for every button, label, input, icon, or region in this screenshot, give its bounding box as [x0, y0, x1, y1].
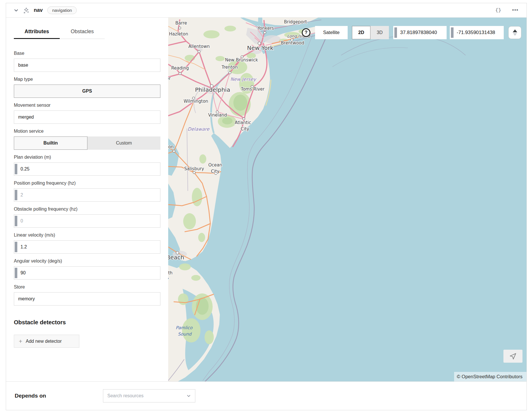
motion-service-custom-option[interactable]: Custom [87, 136, 160, 150]
store-input[interactable] [14, 292, 160, 306]
add-detector-button[interactable]: + Add new detector [14, 335, 79, 348]
svg-text:Pamlico: Pamlico [176, 325, 193, 330]
plus-icon: + [19, 338, 22, 344]
angular-velocity-input[interactable] [14, 266, 160, 280]
number-drag-handle[interactable] [15, 190, 17, 200]
satellite-button[interactable]: Satellite [315, 26, 348, 39]
depends-on-placeholder: Search resources [107, 393, 143, 398]
navigation-service-sparkle-icon [23, 7, 30, 14]
map-attribution: © OpenStreetMap Contributors [454, 372, 527, 381]
number-drag-handle[interactable] [15, 216, 17, 226]
svg-text:Barre: Barre [175, 20, 187, 26]
svg-text:ter: ter [168, 76, 171, 81]
map-type-gps-button[interactable]: GPS [14, 85, 160, 98]
linear-velocity-label: Linear velocity (m/s) [14, 232, 160, 238]
svg-text:Ocean: Ocean [208, 162, 222, 168]
card-footer: Depends on Search resources [6, 381, 527, 410]
position-polling-input[interactable] [14, 188, 160, 202]
resource-type-badge: navigation [47, 6, 77, 14]
locate-button[interactable] [503, 350, 522, 363]
motion-service-label: Motion service [14, 128, 160, 134]
store-label: Store [14, 284, 160, 290]
number-drag-handle[interactable] [15, 164, 17, 174]
mode-3d-button[interactable]: 3D [370, 26, 389, 39]
mode-2d-button[interactable]: 2D [352, 26, 370, 39]
card-header: nav navigation {} ••• [6, 3, 527, 18]
map-type-label: Map type [14, 76, 160, 82]
number-drag-handle[interactable] [451, 27, 454, 38]
config-panel: Attributes Obstacles Base Map type GPS M… [6, 18, 168, 381]
collapse-chevron-icon[interactable] [13, 7, 19, 14]
svg-text:Delaware: Delaware [188, 126, 210, 132]
map-panel: BarreHazletonBridgeportYonkersLong Islan… [168, 18, 527, 381]
movement-sensor-input[interactable] [14, 111, 160, 124]
json-mode-button[interactable]: {} [494, 6, 502, 14]
svg-text:Salisbury: Salisbury [184, 166, 204, 171]
tab-obstacles[interactable]: Obstacles [60, 26, 105, 39]
map-canvas[interactable]: BarreHazletonBridgeportYonkersLong Islan… [168, 18, 527, 381]
add-detector-label: Add new detector [26, 339, 62, 344]
svg-text:Allentown: Allentown [188, 44, 210, 49]
svg-text:y: y [168, 276, 169, 282]
help-icon[interactable]: ? [302, 28, 310, 37]
svg-text:Wilmington: Wilmington [183, 99, 208, 104]
svg-text:aston: aston [168, 144, 174, 149]
obstacle-polling-input[interactable] [14, 214, 160, 228]
depends-on-label: Depends on [15, 393, 103, 399]
linear-velocity-input[interactable] [14, 240, 160, 254]
obstacle-polling-label: Obstacle polling frequency (hz) [14, 206, 160, 212]
svg-text:Brentwood: Brentwood [281, 40, 304, 46]
number-drag-handle[interactable] [394, 27, 397, 38]
latitude-input[interactable] [393, 26, 447, 39]
plan-deviation-label: Plan deviation (m) [14, 154, 160, 160]
tab-bar: Attributes Obstacles [14, 26, 160, 39]
motion-service-builtin-option[interactable]: Builtin [14, 136, 87, 150]
chevron-down-icon [186, 394, 191, 398]
depends-on-select[interactable]: Search resources [103, 389, 195, 402]
stepper-up-icon[interactable] [513, 29, 517, 32]
navigation-arrow-icon [509, 353, 517, 360]
svg-text:Philadelphia: Philadelphia [195, 86, 230, 93]
resource-name: nav [34, 7, 43, 13]
obstacle-detectors-heading: Obstacle detectors [14, 319, 160, 326]
position-polling-label: Position polling frequency (hz) [14, 180, 160, 186]
stepper-down-icon[interactable] [513, 33, 517, 36]
svg-text:City: City [211, 169, 220, 174]
svg-text:Atlantic: Atlantic [235, 120, 251, 125]
motion-service-toggle: Builtin Custom [14, 136, 160, 150]
latitude-field [393, 26, 447, 39]
svg-text:Yonkers: Yonkers [257, 26, 274, 31]
resource-card: nav navigation {} ••• Attributes Obstacl… [6, 3, 527, 410]
svg-text:Sound: Sound [178, 332, 192, 337]
svg-text:Reading: Reading [171, 65, 189, 71]
movement-sensor-label: Movement sensor [14, 102, 160, 108]
svg-text:New Jersey: New Jersey [231, 76, 257, 82]
tab-attributes[interactable]: Attributes [14, 26, 60, 39]
svg-text:beth: beth [168, 270, 173, 276]
svg-text:Hazleton: Hazleton [169, 31, 188, 37]
svg-text:ginia Beach: ginia Beach [168, 254, 184, 261]
more-options-button[interactable]: ••• [511, 6, 520, 14]
base-label: Base [14, 50, 160, 56]
plan-deviation-input[interactable] [14, 162, 160, 176]
angular-velocity-label: Angular velocity (deg/s) [14, 258, 160, 264]
longitude-field [450, 26, 504, 39]
svg-text:Toms River: Toms River [241, 87, 265, 92]
map-controls: ? Satellite 2D 3D [302, 26, 521, 39]
longitude-input[interactable] [450, 26, 504, 39]
number-drag-handle[interactable] [15, 268, 17, 278]
svg-text:Vineland: Vineland [208, 113, 227, 118]
number-drag-handle[interactable] [15, 242, 17, 252]
svg-text:Trenton: Trenton [221, 65, 238, 70]
svg-text:Bridgeport: Bridgeport [284, 19, 307, 25]
dimension-toggle: 2D 3D [352, 26, 389, 39]
svg-text:City: City [241, 126, 249, 132]
base-input[interactable] [14, 59, 160, 72]
zoom-stepper[interactable] [508, 26, 521, 39]
svg-text:New York: New York [247, 44, 274, 51]
svg-text:New Brunswick: New Brunswick [225, 57, 258, 63]
